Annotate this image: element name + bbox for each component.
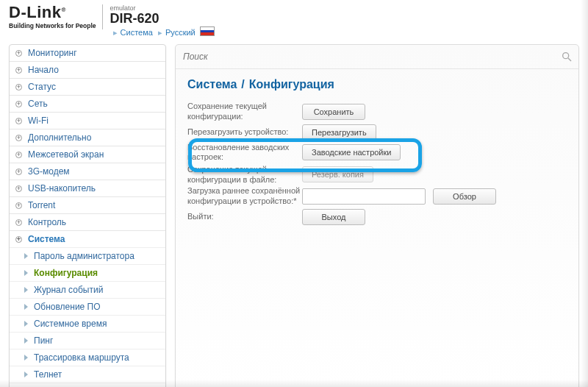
sidebar-item-label: Сеть — [28, 99, 48, 109]
expand-icon — [15, 84, 22, 90]
sidebar-subitem[interactable]: Пинг — [10, 333, 165, 349]
expand-icon — [15, 152, 22, 158]
restore-file-input[interactable] — [302, 188, 426, 205]
row-restore: Загрузка раннее сохранённой конфигурации… — [187, 186, 567, 207]
title-separator: / — [241, 78, 244, 90]
model-box: emulator DIR-620 ▸Система ▸Русский — [110, 4, 215, 38]
sidebar-subitem[interactable]: Пароль администратора — [10, 248, 165, 264]
sidebar-item[interactable]: Статус — [10, 79, 165, 95]
title-page: Конфигурация — [249, 78, 334, 90]
expand-icon — [15, 185, 22, 192]
row-save: Сохранение текущей конфигурации: Сохрани… — [187, 102, 567, 122]
sidebar-item[interactable]: Сеть — [10, 96, 165, 112]
sidebar-subitem-label: Обновление ПО — [34, 302, 101, 312]
search-input[interactable] — [182, 51, 561, 63]
row-backup: Сохранение текущей конфигурации в файле:… — [187, 165, 567, 184]
expand-icon — [15, 219, 22, 226]
breadcrumb-system[interactable]: Система — [121, 28, 153, 37]
content: Система/Конфигурация Сохранение текущей … — [176, 69, 578, 235]
sidebar-item[interactable]: USB-накопитель — [10, 180, 165, 196]
breadcrumb: ▸Система ▸Русский — [110, 26, 215, 38]
reboot-button[interactable]: Перезагрузить — [302, 124, 376, 141]
search-icon[interactable] — [561, 51, 573, 63]
sidebar-item-label: Wi-Fi — [28, 116, 49, 126]
expand-icon — [15, 67, 22, 74]
expand-icon — [15, 168, 22, 175]
sidebar-item[interactable]: Начало — [10, 62, 165, 78]
sidebar-item-label: Статус — [28, 82, 56, 92]
sidebar-item[interactable]: 3G-модем — [10, 163, 165, 180]
sidebar-item-label: Мониторинг — [28, 48, 77, 58]
brand-logo: D-Link® — [9, 4, 96, 21]
factory-label: Восстановление заводских настроек: — [187, 143, 302, 163]
sidebar-item-label: Дополнительно — [28, 132, 91, 143]
sidebar-subitem[interactable]: Обновление ПО — [10, 299, 165, 315]
chevron-right-icon: ▸ — [158, 28, 162, 37]
sidebar-subitem[interactable]: Трассировка маршрута — [10, 349, 165, 366]
svg-point-0 — [563, 53, 569, 59]
expand-icon — [15, 118, 22, 124]
search-bar — [176, 45, 578, 69]
expand-icon — [15, 135, 22, 141]
logo-box: D-Link® Building Networks for People — [9, 4, 103, 29]
sidebar-subitem[interactable]: Журнал событий — [10, 282, 165, 298]
main-panel: Система/Конфигурация Сохранение текущей … — [175, 44, 579, 387]
model-name: DIR-620 — [110, 12, 215, 25]
sidebar-subitem-label: Журнал событий — [34, 285, 103, 295]
caret-right-icon — [24, 304, 28, 310]
expand-icon — [15, 236, 22, 243]
sidebar-item[interactable]: Мониторинг — [10, 45, 165, 61]
breadcrumb-lang[interactable]: Русский — [165, 28, 196, 37]
factory-button[interactable]: Заводские настройки — [302, 144, 401, 160]
save-label: Сохранение текущей конфигурации: — [187, 102, 302, 122]
caret-right-icon — [24, 372, 28, 377]
caret-right-icon — [24, 287, 28, 293]
backup-button[interactable]: Резерв. копия — [302, 166, 373, 182]
sidebar-item-label: 3G-модем — [28, 166, 70, 177]
brand-logo-text: D-Link — [9, 3, 61, 21]
sidebar-item[interactable]: Wi-Fi — [10, 113, 165, 129]
sidebar-item-label: Начало — [28, 65, 59, 75]
expand-icon — [15, 101, 22, 107]
sidebar-item-label: Система — [28, 234, 65, 244]
page-shadow-right — [581, 0, 588, 387]
sidebar-item[interactable]: Система — [10, 231, 165, 247]
sidebar-item-label: Torrent — [28, 200, 55, 210]
caret-right-icon — [24, 338, 28, 344]
title-section: Система — [187, 78, 237, 90]
sidebar-subitem[interactable]: Системное время — [10, 316, 165, 332]
sidebar-subitem-label: Трассировка маршрута — [34, 352, 129, 363]
save-button[interactable]: Сохранить — [302, 104, 365, 120]
brand-tagline: Building Networks for People — [9, 22, 96, 29]
expand-icon — [15, 202, 22, 209]
reboot-label: Перезагрузить устройство: — [187, 127, 302, 138]
restore-label: Загрузка раннее сохранённой конфигурации… — [187, 186, 302, 207]
flag-ru-icon — [200, 26, 215, 36]
sidebar-subitem-label: Пароль администратора — [34, 251, 135, 261]
backup-label: Сохранение текущей конфигурации в файле: — [187, 165, 302, 184]
sidebar-subitem-label: Телнет — [34, 369, 62, 380]
svg-line-1 — [568, 58, 571, 61]
caret-right-icon — [24, 321, 28, 327]
sidebar: МониторингНачалоСтатусСетьWi-FiДополните… — [9, 44, 166, 387]
row-reboot: Перезагрузить устройство: Перезагрузить — [187, 124, 567, 141]
sidebar-item[interactable]: Межсетевой экран — [10, 146, 165, 163]
sidebar-item[interactable]: Дополнительно — [10, 129, 165, 146]
row-factory: Восстановление заводских настроек: Завод… — [187, 143, 567, 163]
caret-right-icon — [24, 270, 28, 276]
header: D-Link® Building Networks for People emu… — [9, 4, 579, 40]
sidebar-item-label: Межсетевой экран — [28, 149, 104, 160]
expand-icon — [15, 50, 22, 57]
sidebar-subitem-label: Конфигурация — [34, 268, 98, 278]
sidebar-item-label: USB-накопитель — [28, 183, 96, 194]
sidebar-subitem-label: Системное время — [34, 319, 107, 329]
caret-right-icon — [24, 253, 28, 259]
exit-button[interactable]: Выход — [302, 209, 365, 225]
row-exit: Выйти: Выход — [187, 209, 567, 225]
browse-button[interactable]: Обзор — [433, 188, 496, 205]
sidebar-item[interactable]: Контроль — [10, 214, 165, 230]
page-title: Система/Конфигурация — [187, 78, 567, 91]
sidebar-subitem[interactable]: Конфигурация — [10, 265, 165, 281]
sidebar-item[interactable]: Torrent — [10, 197, 165, 213]
caret-right-icon — [24, 355, 28, 361]
